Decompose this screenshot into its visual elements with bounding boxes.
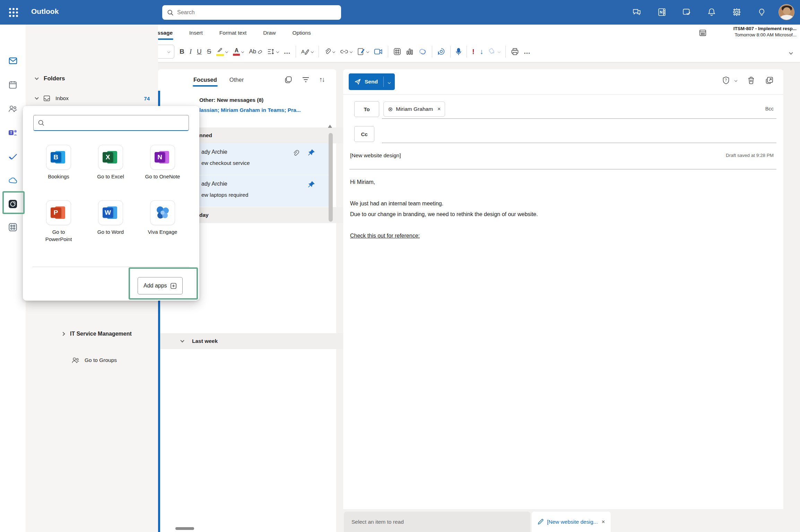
line-spacing-button[interactable]: [267, 48, 279, 55]
folders-header[interactable]: Folders: [35, 75, 65, 82]
recipient-chip[interactable]: ⊗ Miriam Graham ×: [383, 101, 445, 117]
reading-pane-tab[interactable]: Select an item to read: [344, 512, 530, 532]
highlight-color-button[interactable]: [216, 47, 228, 56]
tips-lightbulb-icon[interactable]: [754, 4, 769, 20]
signature-button[interactable]: [357, 48, 369, 55]
pin-icon[interactable]: [307, 149, 315, 157]
editor-button[interactable]: A: [301, 48, 313, 55]
sensitivity-button[interactable]: [489, 48, 500, 55]
app-item-onenote[interactable]: N Go to OneNote: [137, 145, 189, 180]
bcc-toggle[interactable]: Bcc: [765, 106, 774, 112]
sort-icon[interactable]: ↑↓: [319, 76, 324, 83]
underline-button[interactable]: U: [197, 48, 202, 55]
app-item-viva-engage[interactable]: Viva Engage: [137, 200, 189, 236]
pin-icon[interactable]: [307, 180, 315, 189]
low-importance-button[interactable]: ↓: [480, 47, 484, 56]
teams-chat-icon[interactable]: [629, 4, 645, 20]
cc-field-button[interactable]: Cc: [354, 126, 374, 142]
tab-options[interactable]: Options: [292, 25, 311, 41]
tab-other[interactable]: Other: [229, 77, 244, 83]
apps-search-input[interactable]: [48, 120, 184, 126]
discard-trash-icon[interactable]: [747, 76, 755, 85]
message-protection-button[interactable]: ?: [722, 76, 737, 85]
signature-icon: [357, 48, 365, 55]
editor-pen-icon: A: [301, 48, 310, 55]
folders-header-label: Folders: [44, 75, 65, 82]
poll-button[interactable]: [406, 48, 413, 55]
clear-formatting-button[interactable]: Ab: [249, 48, 262, 55]
app-item-powerpoint[interactable]: P Go toPowerPoint: [33, 200, 85, 243]
draft-tab-close-icon[interactable]: ×: [601, 518, 605, 525]
todo-tasks-icon[interactable]: [679, 4, 695, 20]
font-color-button[interactable]: A: [233, 48, 244, 56]
bold-button[interactable]: B: [180, 48, 184, 55]
italic-button[interactable]: I: [190, 48, 192, 55]
copilot-button[interactable]: [437, 48, 445, 55]
folder-item-it-service[interactable]: IT Service Management: [62, 331, 132, 337]
app-launcher-button[interactable]: [6, 5, 21, 20]
focused-active-underline: [193, 85, 218, 87]
select-messages-icon[interactable]: [285, 76, 292, 83]
settings-gear-icon[interactable]: [729, 4, 745, 20]
teams-meeting-button[interactable]: [374, 48, 383, 55]
more-apps-grid-icon: [8, 223, 17, 232]
more-formatting-button[interactable]: ...: [284, 48, 290, 55]
tab-focused[interactable]: Focused: [193, 77, 218, 83]
recipient-remove-icon[interactable]: ×: [437, 106, 441, 112]
filter-icon[interactable]: [302, 76, 310, 83]
rail-calendar-button[interactable]: [0, 77, 26, 93]
list-scrollbar-thumb[interactable]: [329, 133, 333, 222]
apps-button[interactable]: [393, 48, 401, 55]
it-service-expand-icon[interactable]: [61, 332, 65, 336]
attach-file-button[interactable]: [324, 48, 335, 55]
folder-item-inbox[interactable]: Inbox 74: [35, 95, 150, 102]
rail-more-apps-button[interactable]: [0, 219, 26, 235]
onenote-icon[interactable]: N: [654, 4, 670, 20]
send-button[interactable]: Send: [349, 78, 383, 85]
rail-mail-button[interactable]: [0, 53, 26, 69]
dictate-button[interactable]: [456, 48, 461, 56]
svg-text:A: A: [301, 48, 305, 54]
list-scroll-up-arrow[interactable]: [328, 125, 332, 128]
subject-input[interactable]: [New website design]: [350, 152, 401, 159]
rail-people-button[interactable]: [0, 101, 26, 117]
inbox-label: Inbox: [55, 95, 69, 101]
strikethrough-button[interactable]: S: [207, 48, 211, 55]
folders-collapse-icon[interactable]: [35, 76, 38, 80]
video-camera-icon: [374, 48, 383, 55]
last-week-collapse-icon[interactable]: [180, 338, 184, 342]
tab-draw[interactable]: Draw: [262, 25, 276, 41]
add-apps-button[interactable]: Add apps: [138, 277, 183, 294]
app-item-word[interactable]: W Go to Word: [85, 200, 137, 236]
rail-onedrive-button[interactable]: [0, 172, 26, 188]
to-field-button[interactable]: To: [354, 101, 379, 117]
collapse-toolbar-button[interactable]: [790, 49, 792, 55]
tab-format-text[interactable]: Format text: [219, 25, 247, 41]
tab-insert[interactable]: Insert: [189, 25, 203, 41]
search-input[interactable]: [177, 9, 330, 16]
search-bar[interactable]: [162, 5, 341, 20]
apps-search-box[interactable]: [33, 115, 189, 131]
notifications-bell-icon[interactable]: [704, 4, 720, 20]
rail-todo-button[interactable]: [0, 149, 26, 165]
rail-teams-button[interactable]: T: [0, 125, 26, 141]
loop-icon: [418, 48, 427, 55]
draft-tab[interactable]: [New website desig... ×: [532, 512, 611, 532]
send-options-chevron[interactable]: [384, 79, 395, 85]
other-new-messages-banner[interactable]: Other: New messages (8) lassian; Miriam …: [199, 97, 301, 113]
more-commands-button[interactable]: ...: [524, 48, 531, 55]
high-importance-button[interactable]: !: [472, 47, 475, 56]
inbox-expand-icon[interactable]: [35, 96, 38, 99]
app-item-excel[interactable]: X Go to Excel: [85, 145, 137, 180]
loop-component-button[interactable]: [418, 48, 427, 55]
list-horizontal-scrollbar-thumb[interactable]: [175, 527, 194, 530]
account-avatar[interactable]: [779, 4, 794, 20]
send-split-button[interactable]: Send: [349, 73, 395, 90]
folder-item-go-to-groups[interactable]: Go to Groups: [71, 356, 117, 364]
app-item-bookings[interactable]: B Bookings: [33, 145, 85, 180]
open-in-new-window-icon[interactable]: [765, 76, 774, 85]
insert-link-button[interactable]: [340, 48, 352, 55]
calendar-reminder[interactable]: ITSM-807 - Implement resp... Tomorrow 8:…: [659, 26, 797, 37]
message-body-editor[interactable]: Hi Miriam, We just had an internal team …: [350, 177, 766, 241]
print-button[interactable]: [511, 48, 519, 55]
